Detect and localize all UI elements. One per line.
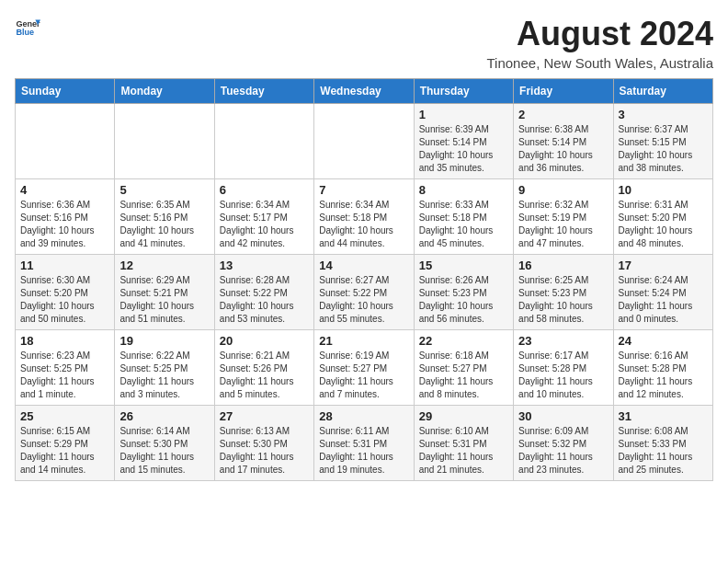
day-info: Sunrise: 6:09 AM Sunset: 5:32 PM Dayligh… bbox=[518, 425, 608, 477]
title-area: August 2024 Tinonee, New South Wales, Au… bbox=[486, 15, 713, 71]
day-info: Sunrise: 6:33 AM Sunset: 5:18 PM Dayligh… bbox=[419, 199, 508, 250]
day-info: Sunrise: 6:37 AM Sunset: 5:15 PM Dayligh… bbox=[619, 123, 708, 175]
calendar-cell: 2Sunrise: 6:38 AM Sunset: 5:14 PM Daylig… bbox=[514, 104, 613, 179]
calendar-cell: 17Sunrise: 6:24 AM Sunset: 5:24 PM Dayli… bbox=[613, 255, 712, 330]
day-number: 9 bbox=[518, 183, 608, 197]
days-header-row: SundayMondayTuesdayWednesdayThursdayFrid… bbox=[16, 79, 713, 104]
day-info: Sunrise: 6:22 AM Sunset: 5:25 PM Dayligh… bbox=[119, 350, 209, 401]
calendar-cell: 30Sunrise: 6:09 AM Sunset: 5:32 PM Dayli… bbox=[514, 406, 613, 481]
calendar-cell: 11Sunrise: 6:30 AM Sunset: 5:20 PM Dayli… bbox=[16, 255, 115, 330]
logo-icon: General Blue bbox=[15, 15, 40, 40]
day-number: 30 bbox=[518, 409, 608, 423]
calendar-cell: 20Sunrise: 6:21 AM Sunset: 5:26 PM Dayli… bbox=[214, 330, 313, 406]
day-info: Sunrise: 6:29 AM Sunset: 5:21 PM Dayligh… bbox=[119, 274, 209, 326]
day-number: 21 bbox=[319, 334, 408, 348]
calendar-cell: 31Sunrise: 6:08 AM Sunset: 5:33 PM Dayli… bbox=[613, 406, 712, 481]
day-info: Sunrise: 6:11 AM Sunset: 5:31 PM Dayligh… bbox=[319, 425, 408, 477]
day-info: Sunrise: 6:18 AM Sunset: 5:27 PM Dayligh… bbox=[419, 350, 508, 401]
header: General Blue August 2024 Tinonee, New So… bbox=[15, 15, 713, 71]
day-header-friday: Friday bbox=[514, 79, 613, 104]
day-info: Sunrise: 6:32 AM Sunset: 5:19 PM Dayligh… bbox=[518, 199, 608, 250]
day-number: 11 bbox=[20, 259, 109, 272]
day-number: 20 bbox=[220, 334, 309, 348]
day-info: Sunrise: 6:31 AM Sunset: 5:20 PM Dayligh… bbox=[619, 199, 708, 250]
day-number: 7 bbox=[319, 183, 408, 197]
day-number: 17 bbox=[619, 259, 708, 272]
day-number: 29 bbox=[419, 409, 508, 423]
day-info: Sunrise: 6:14 AM Sunset: 5:30 PM Dayligh… bbox=[119, 425, 209, 477]
day-info: Sunrise: 6:13 AM Sunset: 5:30 PM Dayligh… bbox=[220, 425, 309, 477]
day-number: 14 bbox=[319, 259, 408, 272]
calendar-cell: 4Sunrise: 6:36 AM Sunset: 5:16 PM Daylig… bbox=[16, 179, 115, 255]
day-info: Sunrise: 6:28 AM Sunset: 5:22 PM Dayligh… bbox=[220, 274, 309, 326]
day-header-tuesday: Tuesday bbox=[214, 79, 313, 104]
day-info: Sunrise: 6:36 AM Sunset: 5:16 PM Dayligh… bbox=[20, 199, 109, 250]
calendar-cell: 25Sunrise: 6:15 AM Sunset: 5:29 PM Dayli… bbox=[16, 406, 115, 481]
day-number: 28 bbox=[319, 409, 408, 423]
calendar-cell bbox=[314, 104, 414, 179]
calendar-cell: 9Sunrise: 6:32 AM Sunset: 5:19 PM Daylig… bbox=[514, 179, 613, 255]
day-info: Sunrise: 6:16 AM Sunset: 5:28 PM Dayligh… bbox=[619, 350, 708, 401]
day-info: Sunrise: 6:24 AM Sunset: 5:24 PM Dayligh… bbox=[619, 274, 708, 326]
logo: General Blue bbox=[15, 15, 40, 40]
week-row-2: 4Sunrise: 6:36 AM Sunset: 5:16 PM Daylig… bbox=[16, 179, 713, 255]
day-header-saturday: Saturday bbox=[613, 79, 712, 104]
day-info: Sunrise: 6:26 AM Sunset: 5:23 PM Dayligh… bbox=[419, 274, 508, 326]
week-row-4: 18Sunrise: 6:23 AM Sunset: 5:25 PM Dayli… bbox=[16, 330, 713, 406]
calendar-cell: 18Sunrise: 6:23 AM Sunset: 5:25 PM Dayli… bbox=[16, 330, 115, 406]
day-number: 1 bbox=[419, 108, 508, 121]
calendar-cell: 26Sunrise: 6:14 AM Sunset: 5:30 PM Dayli… bbox=[115, 406, 214, 481]
day-number: 13 bbox=[220, 259, 309, 272]
day-info: Sunrise: 6:17 AM Sunset: 5:28 PM Dayligh… bbox=[518, 350, 608, 401]
day-info: Sunrise: 6:25 AM Sunset: 5:23 PM Dayligh… bbox=[518, 274, 608, 326]
calendar-cell: 16Sunrise: 6:25 AM Sunset: 5:23 PM Dayli… bbox=[514, 255, 613, 330]
calendar-cell: 6Sunrise: 6:34 AM Sunset: 5:17 PM Daylig… bbox=[214, 179, 313, 255]
week-row-3: 11Sunrise: 6:30 AM Sunset: 5:20 PM Dayli… bbox=[16, 255, 713, 330]
day-number: 26 bbox=[119, 409, 209, 423]
week-row-1: 1Sunrise: 6:39 AM Sunset: 5:14 PM Daylig… bbox=[16, 104, 713, 179]
day-number: 25 bbox=[20, 409, 109, 423]
day-number: 2 bbox=[518, 108, 608, 121]
day-info: Sunrise: 6:15 AM Sunset: 5:29 PM Dayligh… bbox=[20, 425, 109, 477]
day-number: 10 bbox=[619, 183, 708, 197]
calendar-cell: 19Sunrise: 6:22 AM Sunset: 5:25 PM Dayli… bbox=[115, 330, 214, 406]
calendar-cell: 8Sunrise: 6:33 AM Sunset: 5:18 PM Daylig… bbox=[414, 179, 513, 255]
day-number: 19 bbox=[119, 334, 209, 348]
calendar-cell: 1Sunrise: 6:39 AM Sunset: 5:14 PM Daylig… bbox=[414, 104, 513, 179]
day-info: Sunrise: 6:30 AM Sunset: 5:20 PM Dayligh… bbox=[20, 274, 109, 326]
location-subtitle: Tinonee, New South Wales, Australia bbox=[486, 55, 713, 71]
week-row-5: 25Sunrise: 6:15 AM Sunset: 5:29 PM Dayli… bbox=[16, 406, 713, 481]
day-info: Sunrise: 6:39 AM Sunset: 5:14 PM Dayligh… bbox=[419, 123, 508, 175]
calendar-cell: 13Sunrise: 6:28 AM Sunset: 5:22 PM Dayli… bbox=[214, 255, 313, 330]
calendar-cell: 15Sunrise: 6:26 AM Sunset: 5:23 PM Dayli… bbox=[414, 255, 513, 330]
calendar-cell: 10Sunrise: 6:31 AM Sunset: 5:20 PM Dayli… bbox=[613, 179, 712, 255]
calendar-cell: 28Sunrise: 6:11 AM Sunset: 5:31 PM Dayli… bbox=[314, 406, 414, 481]
day-number: 4 bbox=[20, 183, 109, 197]
svg-text:Blue: Blue bbox=[16, 28, 34, 37]
calendar-cell bbox=[115, 104, 214, 179]
day-number: 12 bbox=[119, 259, 209, 272]
day-info: Sunrise: 6:21 AM Sunset: 5:26 PM Dayligh… bbox=[220, 350, 309, 401]
day-number: 15 bbox=[419, 259, 508, 272]
day-number: 3 bbox=[619, 108, 708, 121]
day-info: Sunrise: 6:10 AM Sunset: 5:31 PM Dayligh… bbox=[419, 425, 508, 477]
calendar-cell: 3Sunrise: 6:37 AM Sunset: 5:15 PM Daylig… bbox=[613, 104, 712, 179]
day-header-wednesday: Wednesday bbox=[314, 79, 414, 104]
month-year-title: August 2024 bbox=[486, 15, 713, 53]
calendar-table: SundayMondayTuesdayWednesdayThursdayFrid… bbox=[15, 78, 713, 481]
day-number: 23 bbox=[518, 334, 608, 348]
calendar-cell bbox=[16, 104, 115, 179]
day-info: Sunrise: 6:34 AM Sunset: 5:17 PM Dayligh… bbox=[220, 199, 309, 250]
day-info: Sunrise: 6:27 AM Sunset: 5:22 PM Dayligh… bbox=[319, 274, 408, 326]
calendar-cell: 12Sunrise: 6:29 AM Sunset: 5:21 PM Dayli… bbox=[115, 255, 214, 330]
day-info: Sunrise: 6:08 AM Sunset: 5:33 PM Dayligh… bbox=[619, 425, 708, 477]
day-info: Sunrise: 6:19 AM Sunset: 5:27 PM Dayligh… bbox=[319, 350, 408, 401]
calendar-cell bbox=[214, 104, 313, 179]
day-number: 6 bbox=[220, 183, 309, 197]
calendar-cell: 22Sunrise: 6:18 AM Sunset: 5:27 PM Dayli… bbox=[414, 330, 513, 406]
day-header-thursday: Thursday bbox=[414, 79, 513, 104]
day-number: 31 bbox=[619, 409, 708, 423]
day-info: Sunrise: 6:34 AM Sunset: 5:18 PM Dayligh… bbox=[319, 199, 408, 250]
day-number: 27 bbox=[220, 409, 309, 423]
day-number: 16 bbox=[518, 259, 608, 272]
